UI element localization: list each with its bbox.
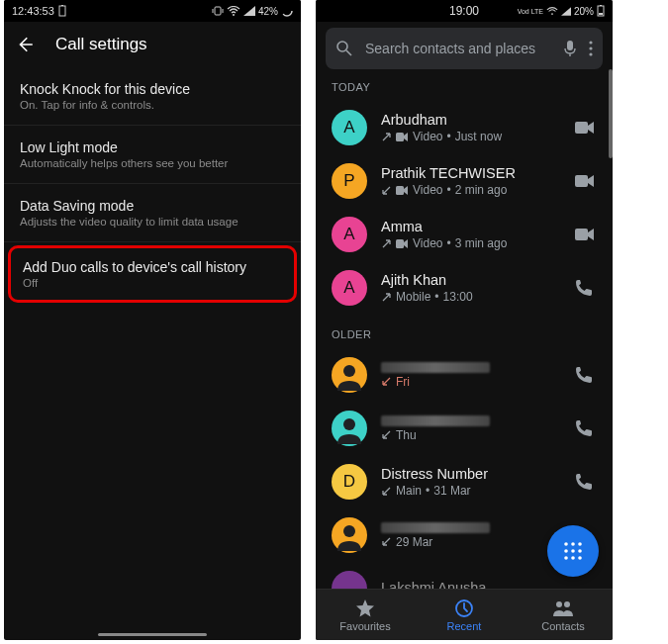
call-row[interactable]: AAmma Video • 3 min ago [316,208,613,261]
svg-rect-21 [396,239,404,248]
avatar: A [332,270,367,306]
nav-contacts[interactable]: Contacts [514,590,613,640]
signal-icon [243,6,255,16]
status-bar: 12:43:53 42% [4,0,301,22]
search-icon [335,40,353,57]
svg-rect-13 [567,41,573,50]
svg-point-39 [556,601,562,607]
nav-recent[interactable]: Recent [415,590,514,640]
call-subtitle: Video • 2 min ago [381,183,561,197]
svg-point-34 [578,549,582,553]
svg-point-6 [282,6,292,16]
dialpad-icon [562,540,584,562]
phone-call-button[interactable] [575,473,597,491]
avatar [332,411,367,446]
call-row[interactable]: Thu [316,402,613,455]
battery-ring-icon [281,5,293,17]
call-name [381,522,561,533]
call-info: Arbudham Video • Just now [381,112,561,143]
battery-small-icon [58,5,66,17]
setting-sub: On. Tap for info & controls. [20,99,285,111]
call-name [381,415,561,426]
nav-favourites[interactable]: Favourites [316,590,415,640]
svg-rect-10 [600,5,602,6]
left-phone-duo-settings: 12:43:53 42% Call settings Knock Knock f… [4,0,301,640]
svg-point-26 [343,418,355,430]
clock-icon [454,598,474,618]
svg-point-33 [571,549,575,553]
call-row[interactable]: AArbudham Video • Just now [316,101,613,154]
svg-point-7 [551,13,553,15]
svg-point-15 [589,46,592,49]
call-row[interactable]: DDistress Number Main • 31 Mar [316,455,613,508]
avatar [332,357,367,393]
svg-rect-22 [575,229,588,240]
call-subtitle: Thu [381,428,561,442]
svg-point-29 [564,542,568,546]
svg-point-24 [343,365,355,377]
setting-sub: Off [23,277,282,289]
call-name: Arbudham [381,112,561,128]
call-info: Distress Number Main • 31 Mar [381,466,561,498]
status-time: 19:00 [449,4,479,18]
bottom-nav: Favourites Recent Contacts [316,589,613,640]
battery-icon [597,5,605,17]
call-subtitle: Fri [381,375,561,389]
svg-rect-19 [396,186,404,195]
call-info: 29 Mar [381,522,561,549]
avatar: A [332,217,367,252]
svg-line-12 [346,50,351,55]
status-bar: 19:00 Vod LTE 20% [316,0,613,22]
svg-point-32 [564,549,568,553]
back-arrow-icon[interactable] [16,35,34,54]
avatar: D [332,464,367,500]
call-info: Ajith Khan Mobile • 13:00 [381,272,561,304]
video-call-button[interactable] [575,228,597,241]
video-call-button[interactable] [575,121,597,135]
status-battery: 20% [574,6,594,17]
wifi-icon [546,7,558,16]
call-info: Lakshmi Anusha [381,580,561,589]
call-info: Amma Video • 3 min ago [381,219,561,250]
status-battery: 42% [258,6,278,17]
setting-add-duo-history-highlighted[interactable]: Add Duo calls to device's call history O… [8,245,297,303]
phone-call-button[interactable] [575,279,597,297]
call-name [381,362,561,373]
mic-icon[interactable] [563,40,577,57]
svg-point-37 [578,556,582,560]
avatar: A [332,110,367,145]
video-call-button[interactable] [575,174,597,188]
phone-call-button[interactable] [575,419,597,437]
svg-point-16 [589,52,592,55]
home-indicator[interactable] [98,633,207,636]
search-bar[interactable]: Search contacts and places [326,28,603,69]
svg-rect-1 [61,5,63,6]
svg-rect-9 [599,13,603,15]
setting-data-saving[interactable]: Data Saving mode Adjusts the video quali… [4,184,301,242]
wifi-icon [227,6,240,16]
star-icon [355,598,375,618]
setting-label: Low Light mode [20,139,285,155]
overflow-menu-icon[interactable] [589,41,593,56]
call-row[interactable]: AAjith Khan Mobile • 13:00 [316,261,613,315]
status-time: 12:43:53 [12,5,54,17]
avatar [332,517,367,553]
phone-call-button[interactable] [575,366,597,384]
call-info: Prathik TECHWISER Video • 2 min ago [381,165,561,197]
search-placeholder: Search contacts and places [365,41,551,56]
setting-low-light[interactable]: Low Light mode Automatically helps other… [4,126,301,184]
header: Call settings [4,22,301,67]
setting-knock-knock[interactable]: Knock Knock for this device On. Tap for … [4,67,301,126]
call-subtitle: 29 Mar [381,535,561,549]
setting-label: Knock Knock for this device [20,81,285,97]
section-today: TODAY [316,67,613,101]
call-row[interactable]: PPrathik TECHWISER Video • 2 min ago [316,154,613,208]
dialpad-fab[interactable] [547,525,599,577]
call-row[interactable]: Fri [316,348,613,402]
svg-rect-0 [59,6,65,16]
svg-point-36 [571,556,575,560]
signal-icon [561,7,571,16]
svg-point-40 [564,601,570,607]
right-phone-dialer-recent: 19:00 Vod LTE 20% Search contacts and pl… [316,0,613,640]
call-name: Ajith Khan [381,272,561,288]
